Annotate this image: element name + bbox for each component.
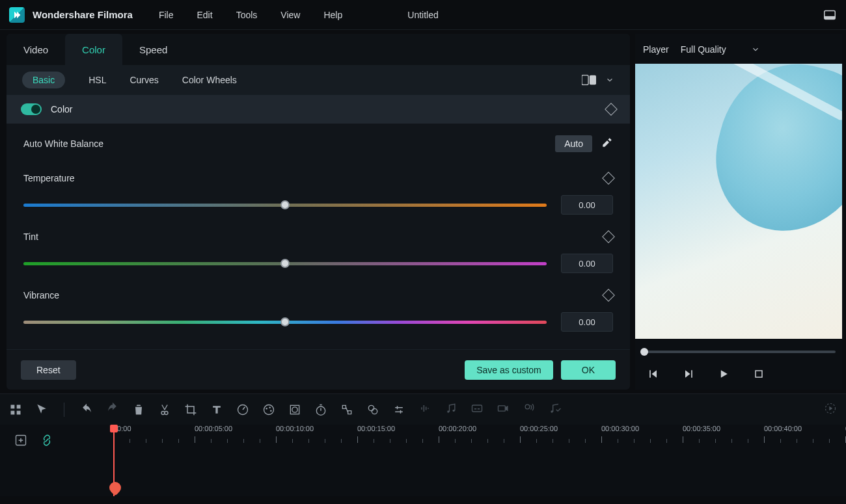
temperature-slider[interactable] [23,204,547,207]
keyframe-color-icon[interactable] [605,103,618,116]
temperature-value[interactable]: 0.00 [561,195,613,215]
clip-handle[interactable] [107,479,123,496]
subtab-hsl[interactable]: HSL [89,75,106,85]
record-icon [497,402,510,415]
audio-sync-icon [549,402,562,415]
subtab-colorwheels[interactable]: Color Wheels [182,75,237,85]
svg-rect-21 [472,405,482,412]
preview-content [700,64,842,248]
timeline-body[interactable]: 00:0000:00:05:0000:00:10:0000:00:15:0000… [104,425,846,496]
time-mark: 00:00:35:00 [683,425,720,432]
prev-frame-icon[interactable] [647,367,660,380]
scrub-handle[interactable] [640,348,648,356]
save-custom-button[interactable]: Save as custom [465,360,553,380]
text-icon[interactable] [210,403,223,416]
effects-icon[interactable] [366,403,379,416]
time-mark: 00:00:15:00 [357,425,395,432]
chevron-down-icon [751,45,760,54]
next-frame-icon[interactable] [682,367,695,380]
svg-point-17 [368,405,374,410]
subtitle-icon [471,402,484,415]
quality-value: Full Quality [681,44,726,55]
time-mark: 00:00:25:00 [520,425,558,432]
document-title: Untitled [407,10,438,20]
scrub-bar[interactable] [635,345,842,358]
time-mark: 00:00:05:00 [195,425,232,432]
link-icon[interactable] [40,434,53,447]
quality-select[interactable]: Full Quality [681,44,760,55]
layout-grid-icon[interactable] [9,403,22,416]
reset-button[interactable]: Reset [21,360,76,380]
ok-button[interactable]: OK [561,360,616,380]
svg-point-20 [453,409,455,411]
subtab-curves[interactable]: Curves [130,75,158,85]
svg-rect-8 [17,410,21,414]
crop-icon[interactable] [184,403,197,416]
svg-point-19 [447,410,449,412]
keyframe-temperature-icon[interactable] [602,172,615,185]
svg-point-12 [269,406,271,408]
svg-point-15 [292,406,297,412]
vibrance-group: Vibrance 0.00 [23,290,613,332]
vibrance-slider[interactable] [23,321,547,324]
chevron-down-icon[interactable] [605,75,614,85]
svg-point-23 [525,405,530,409]
vibrance-handle[interactable] [280,317,290,326]
svg-rect-6 [17,405,21,408]
secondary-tabs: Basic HSL Curves Color Wheels [7,65,630,95]
menu-file[interactable]: File [159,10,174,20]
voiceover-icon [523,402,536,415]
keyframe-vibrance-icon[interactable] [602,289,615,302]
stop-icon[interactable] [752,367,765,380]
player-panel: Player Full Quality [635,34,842,390]
auto-white-balance-row: Auto White Balance Auto [23,131,613,156]
music-icon [444,402,457,415]
controls-scroll[interactable]: Auto White Balance Auto Temperature 0.00 [7,124,630,349]
play-icon[interactable] [717,367,730,380]
menu-help[interactable]: Help [323,10,342,20]
player-title: Player [643,44,669,55]
auto-button[interactable]: Auto [555,135,592,152]
tint-handle[interactable] [280,259,290,268]
compare-view-icon[interactable] [582,75,596,85]
speed-icon[interactable] [236,403,249,416]
awb-label: Auto White Balance [23,139,103,149]
vibrance-value[interactable]: 0.00 [561,312,613,332]
svg-rect-1 [825,16,836,19]
tab-color[interactable]: Color [65,34,122,65]
tab-video[interactable]: Video [7,34,65,65]
section-color-label: Color [51,104,72,114]
eyedropper-icon[interactable] [601,137,613,151]
cursor-icon[interactable] [35,403,48,416]
render-icon [824,402,837,415]
add-track-icon[interactable] [14,434,27,447]
cut-icon[interactable] [158,403,171,416]
color-toggle[interactable] [21,103,42,115]
adjust-panel: Video Color Speed Basic HSL Curves Color… [7,34,630,390]
audio-eq-icon [418,402,431,415]
tint-slider[interactable] [23,262,547,265]
layout-toggle-icon[interactable] [823,8,837,22]
delete-icon[interactable] [132,403,145,416]
keyframe-tool-icon[interactable] [340,403,353,416]
adjust-icon[interactable] [392,403,405,416]
menu-tools[interactable]: Tools [236,10,258,20]
time-ruler[interactable]: 00:0000:00:05:0000:00:10:0000:00:15:0000… [104,425,846,451]
timer-icon[interactable] [314,403,327,416]
subtab-basic[interactable]: Basic [22,72,65,88]
keyframe-tint-icon[interactable] [602,230,615,243]
tab-speed[interactable]: Speed [122,34,184,65]
tint-value[interactable]: 0.00 [561,254,613,273]
video-preview[interactable] [635,64,842,339]
menu-view[interactable]: View [280,10,300,20]
tint-label: Tint [23,232,38,242]
transport-controls [635,358,842,390]
mask-icon[interactable] [288,403,301,416]
temperature-handle[interactable] [280,200,290,209]
panel-footer: Reset Save as custom OK [7,349,630,390]
color-icon[interactable] [262,403,275,416]
menu-edit[interactable]: Edit [197,10,213,20]
tint-group: Tint 0.00 [23,232,613,273]
undo-icon[interactable] [80,403,93,416]
time-mark: 00:00:40:00 [764,425,802,432]
